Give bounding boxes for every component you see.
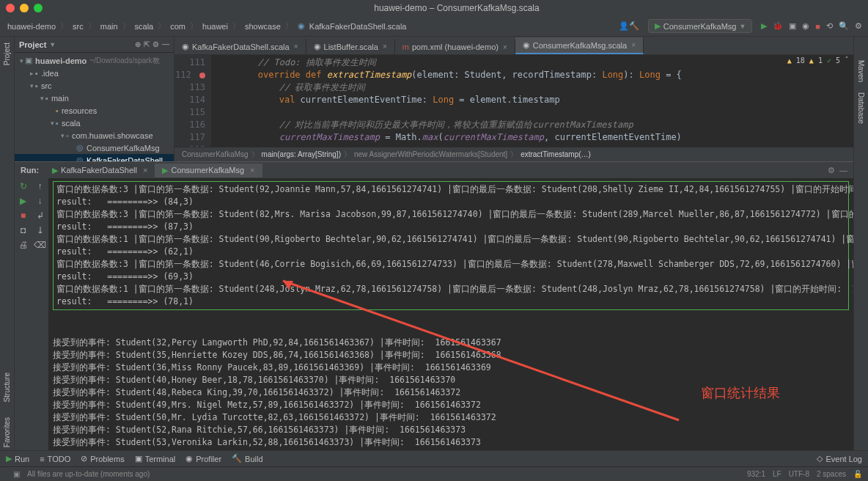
wrap-icon[interactable]: ↲ [37, 210, 44, 221]
run-tab[interactable]: ▶ConsumerKafkaMsg× [155, 164, 262, 177]
select-opened-icon[interactable]: ⊕ [135, 40, 141, 48]
readonly-icon[interactable]: 🔓 [853, 470, 862, 478]
event-log-button[interactable]: ◇Event Log [817, 454, 862, 463]
project-panel-header: Project ▼ ⊕ ⇱ ⚙ — [15, 37, 174, 53]
vcs-update-icon[interactable]: ⟲ [826, 21, 833, 31]
status-bar: ▣ All files are up-to-date (moments ago)… [0, 466, 868, 481]
scala-file-icon: ◉ [296, 20, 306, 32]
search-icon[interactable]: 🔍 [839, 21, 849, 31]
close-icon[interactable]: × [294, 43, 298, 51]
run-icon[interactable]: ▶ [20, 196, 26, 206]
project-panel-title: Project [19, 40, 46, 49]
clear-icon[interactable]: ⌫ [34, 240, 46, 250]
run-tool-button[interactable]: ▶Run [6, 454, 29, 463]
indent[interactable]: 2 spaces [817, 470, 846, 478]
structure-tool-button[interactable]: Structure [3, 370, 11, 405]
gear-icon[interactable]: ⚙ [828, 166, 835, 175]
debug-button[interactable]: 🐞 [773, 21, 783, 31]
build-tool-button[interactable]: 🔨Build [232, 454, 262, 463]
run-config-name: ConsumerKafkaMsg [663, 22, 737, 31]
favorites-tool-button[interactable]: Favorites [3, 414, 11, 450]
expand-all-icon[interactable]: ⇱ [144, 40, 150, 48]
hide-icon[interactable]: — [839, 166, 847, 175]
encoding[interactable]: UTF-8 [789, 470, 809, 478]
breadcrumb-item[interactable]: src [71, 21, 85, 32]
breadcrumb-item[interactable]: scala [133, 21, 155, 32]
maven-tool-button[interactable]: Maven [857, 59, 865, 84]
build-icon[interactable]: 🔨 [629, 21, 639, 31]
run-config-selector[interactable]: ▶ ConsumerKafkaMsg ▼ [648, 19, 753, 33]
weak-warning-icon: ▲ [809, 56, 814, 65]
editor-tab[interactable]: mpom.xml (huawei-demo)× [395, 40, 515, 54]
titlebar: huawei-demo – ConsumerKafkaMsg.scala [0, 0, 868, 16]
tool-window-icon[interactable]: ▣ [13, 470, 20, 478]
annotation-label: 窗口统计结果 [701, 386, 780, 399]
chevron-icon: ˆ [845, 56, 849, 65]
project-tool-button[interactable]: Project [3, 40, 11, 68]
chevron-down-icon: ▼ [739, 23, 746, 30]
down-icon[interactable]: ↓ [38, 196, 43, 206]
window-title: huawei-demo – ConsumerKafkaMsg.scala [51, 3, 862, 13]
scroll-icon[interactable]: ⤓ [37, 225, 44, 235]
editor-tabs: ◉KafkaFakerDataShell.scala× ◉ListBuffer.… [174, 37, 853, 55]
terminal-tool-button[interactable]: ▣Terminal [135, 454, 176, 463]
editor: ◉KafkaFakerDataShell.scala× ◉ListBuffer.… [174, 37, 853, 161]
project-tree[interactable]: ▾▣huawei-demo~/Downloads/spark教 ▸▪.idea … [15, 53, 174, 161]
user-icon[interactable]: 👤 [619, 21, 629, 31]
run-panel: Run: ▶KafkaFakerDataShell× ▶ConsumerKafk… [15, 161, 853, 450]
run-tab[interactable]: ▶KafkaFakerDataShell× [45, 164, 155, 177]
bottom-tool-bar: ▶Run ≡TODO ⊘Problems ▣Terminal ◉Profiler… [0, 450, 868, 466]
editor-tab[interactable]: ◉ConsumerKafkaMsg.scala× [515, 37, 644, 54]
warning-icon: ▲ [787, 56, 792, 65]
toolbar-actions: ▶ 🐞 ▣ ◉ ■ ⟲ 🔍 ⚙ [757, 21, 862, 31]
database-tool-button[interactable]: Database [857, 91, 865, 125]
right-tool-strip: Maven Database [853, 37, 868, 450]
breadcrumb-file[interactable]: KafkaFakerDataShell.scala [308, 21, 408, 32]
breadcrumb-item[interactable]: huawei [201, 21, 229, 32]
editor-body[interactable]: 111112 113114115116117118 // Todo: 抽取事件发… [174, 55, 853, 147]
profiler-tool-button[interactable]: ◉Profiler [185, 454, 221, 463]
minimize-window[interactable] [20, 4, 29, 12]
settings-icon[interactable]: ⚙ [855, 21, 862, 31]
profile-button[interactable]: ◉ [802, 21, 809, 31]
editor-tab[interactable]: ◉KafkaFakerDataShell.scala× [174, 39, 306, 54]
problems-tool-button[interactable]: ⊘Problems [81, 454, 124, 463]
coverage-button[interactable]: ▣ [789, 21, 796, 31]
breadcrumb-item[interactable]: com [169, 21, 187, 32]
rerun-icon[interactable]: ↻ [20, 181, 27, 191]
close-icon[interactable]: × [503, 43, 507, 51]
run-panel-header: Run: ▶KafkaFakerDataShell× ▶ConsumerKafk… [15, 162, 853, 178]
run-icon: ▶ [655, 21, 661, 31]
stop-icon[interactable]: ■ [21, 210, 26, 221]
breadcrumb[interactable]: huawei-demo〉 src〉 main〉 scala〉 com〉 huaw… [6, 19, 619, 33]
run-button[interactable]: ▶ [761, 21, 767, 31]
close-icon[interactable]: × [631, 41, 636, 49]
console-output[interactable]: 窗口的数据条数:3 |窗口的第一条数据: Student(92,Joannie … [48, 178, 853, 450]
project-panel: Project ▼ ⊕ ⇱ ⚙ — ▾▣huawei-demo~/Downloa… [15, 37, 174, 161]
traffic-lights [6, 4, 43, 12]
editor-breadcrumbs[interactable]: ConsumerKafkaMsg〉 main(args: Array[Strin… [174, 147, 853, 161]
toolbar: huawei-demo〉 src〉 main〉 scala〉 com〉 huaw… [0, 16, 868, 37]
stop-button[interactable]: ■ [815, 22, 820, 31]
line-separator[interactable]: LF [773, 470, 781, 478]
typo-icon: ✓ [827, 56, 831, 65]
up-icon[interactable]: ↑ [38, 181, 43, 191]
breadcrumb-item[interactable]: huawei-demo [6, 21, 57, 32]
close-window[interactable] [6, 4, 15, 12]
goto-line[interactable]: 932:1 [747, 470, 765, 478]
hide-icon[interactable]: — [162, 40, 169, 48]
editor-tab[interactable]: ◉ListBuffer.scala× [306, 39, 395, 54]
breadcrumb-item[interactable]: main [99, 21, 119, 32]
print-icon[interactable]: 🖨 [19, 240, 28, 250]
run-label: Run: [21, 166, 39, 175]
code-area[interactable]: // Todo: 抽取事件发生时间 override def extractTi… [211, 55, 853, 147]
gutter[interactable]: 111112 113114115116117118 [174, 55, 211, 147]
attach-icon[interactable]: ◘ [21, 225, 26, 235]
inspection-widget[interactable]: ▲18 ▲1 ✓5 ˆ [787, 56, 849, 65]
breadcrumb-item[interactable]: showcase [243, 21, 282, 32]
gear-icon[interactable]: ⚙ [152, 40, 159, 48]
maximize-window[interactable] [34, 4, 43, 12]
close-icon[interactable]: × [383, 43, 387, 51]
run-toolbar: ↻ ▶ ■ ◘ 🖨 ↑ ↓ ↲ ⤓ ⌫ [15, 178, 48, 450]
todo-tool-button[interactable]: ≡TODO [40, 455, 70, 463]
